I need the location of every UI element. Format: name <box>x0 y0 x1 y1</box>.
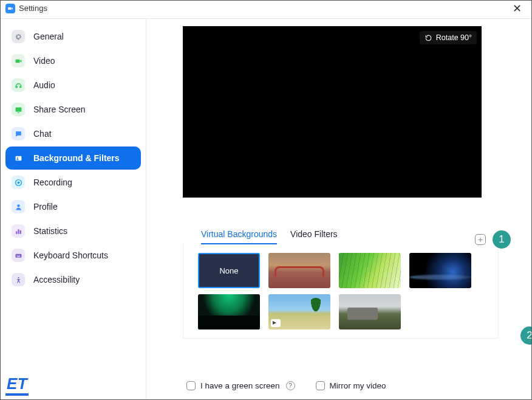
sidebar-item-video[interactable]: Video <box>5 49 141 72</box>
sidebar-item-label: Share Screen <box>33 105 86 114</box>
background-earth[interactable] <box>409 253 471 288</box>
sidebar-item-keyboard-shortcuts[interactable]: Keyboard Shortcuts <box>5 244 141 267</box>
keyboard-icon <box>12 249 25 262</box>
svg-rect-8 <box>19 230 21 233</box>
background-none[interactable]: None <box>198 253 260 288</box>
rotate-label: Rotate 90° <box>436 33 472 42</box>
svg-point-5 <box>17 204 19 207</box>
sidebar-item-label: Background & Filters <box>33 153 120 163</box>
record-icon <box>12 176 25 189</box>
svg-rect-13 <box>16 256 19 257</box>
sidebar-item-profile[interactable]: Profile <box>5 195 141 218</box>
svg-rect-7 <box>18 229 19 234</box>
sidebar-item-label: Chat <box>33 129 52 139</box>
background-beach[interactable] <box>268 294 330 329</box>
sidebar-item-chat[interactable]: Chat <box>5 122 141 145</box>
mirror-video-checkbox[interactable]: Mirror my video <box>316 381 386 390</box>
camera-icon <box>12 54 25 67</box>
sidebar-item-label: Video <box>33 56 55 66</box>
video-badge-icon <box>271 319 281 327</box>
audio-icon <box>12 78 25 92</box>
sidebar-item-label: Audio <box>33 80 55 90</box>
background-grid: None <box>183 244 499 339</box>
sidebar-item-audio[interactable]: Audio <box>5 74 141 97</box>
svg-rect-0 <box>15 107 21 111</box>
sidebar-item-background-filters[interactable]: Background & Filters <box>5 147 141 170</box>
svg-rect-9 <box>15 253 21 257</box>
checkbox-icon <box>316 381 325 390</box>
green-screen-label: I have a green screen <box>200 381 280 390</box>
main-panel: Rotate 90° Virtual Backgrounds Video Fil… <box>146 19 531 400</box>
sidebar-item-accessibility[interactable]: Accessibility <box>5 268 141 291</box>
rotate-icon <box>425 34 432 42</box>
sidebar-item-label: Statistics <box>33 226 67 236</box>
sidebar-item-label: Recording <box>33 178 72 187</box>
accessibility-icon <box>12 273 25 286</box>
stats-icon <box>12 224 25 238</box>
background-goldengate[interactable] <box>268 253 330 288</box>
svg-rect-12 <box>19 255 19 255</box>
annotation-callout-1: 1 <box>493 230 511 249</box>
sidebar-item-general[interactable]: General <box>5 25 141 48</box>
svg-point-14 <box>18 277 19 278</box>
sidebar-item-label: Accessibility <box>33 275 80 284</box>
gear-icon <box>12 30 25 43</box>
video-preview: Rotate 90° <box>183 26 482 198</box>
video-badge-icon <box>200 319 210 327</box>
sidebar-item-label: General <box>33 32 64 41</box>
sidebar-item-label: Keyboard Shortcuts <box>33 250 108 260</box>
background-aurora[interactable] <box>198 294 260 329</box>
svg-rect-11 <box>18 255 18 255</box>
content-area: GeneralVideoAudioShare ScreenChatBackgro… <box>1 19 531 400</box>
background-hill[interactable] <box>339 294 401 329</box>
tab-video-filters[interactable]: Video Filters <box>290 227 338 244</box>
footer-options: I have a green screen ? Mirror my video <box>186 381 513 390</box>
brand-watermark: ET <box>5 374 29 396</box>
mirror-label: Mirror my video <box>330 381 386 390</box>
titlebar: Settings ✕ <box>1 1 531 19</box>
add-background-button[interactable]: + <box>475 234 486 245</box>
titlebar-left: Settings <box>5 4 47 13</box>
svg-point-4 <box>17 181 19 184</box>
background-tabs: Virtual Backgrounds Video Filters <box>201 227 513 244</box>
svg-point-2 <box>16 157 18 158</box>
sidebar-item-label: Profile <box>33 202 58 212</box>
close-button[interactable]: ✕ <box>509 3 525 14</box>
window-title: Settings <box>19 4 47 13</box>
background-grass[interactable] <box>339 253 401 288</box>
zoom-app-icon <box>5 4 15 13</box>
sidebar-item-statistics[interactable]: Statistics <box>5 219 141 243</box>
sidebar-item-share-screen[interactable]: Share Screen <box>5 98 141 121</box>
chat-icon <box>12 127 25 140</box>
sidebar-item-recording[interactable]: Recording <box>5 171 141 194</box>
green-screen-checkbox[interactable]: I have a green screen ? <box>186 381 295 390</box>
checkbox-icon <box>186 381 196 390</box>
person-icon <box>12 200 25 213</box>
screen-icon <box>12 103 25 116</box>
help-icon[interactable]: ? <box>286 381 295 390</box>
tab-virtual-backgrounds[interactable]: Virtual Backgrounds <box>201 227 277 244</box>
svg-rect-6 <box>16 231 17 233</box>
svg-rect-10 <box>16 255 17 255</box>
rotate-90-button[interactable]: Rotate 90° <box>420 31 477 44</box>
annotation-callout-2: 2 <box>520 326 532 345</box>
settings-sidebar: GeneralVideoAudioShare ScreenChatBackgro… <box>1 19 146 400</box>
profile-card-icon <box>12 151 25 165</box>
